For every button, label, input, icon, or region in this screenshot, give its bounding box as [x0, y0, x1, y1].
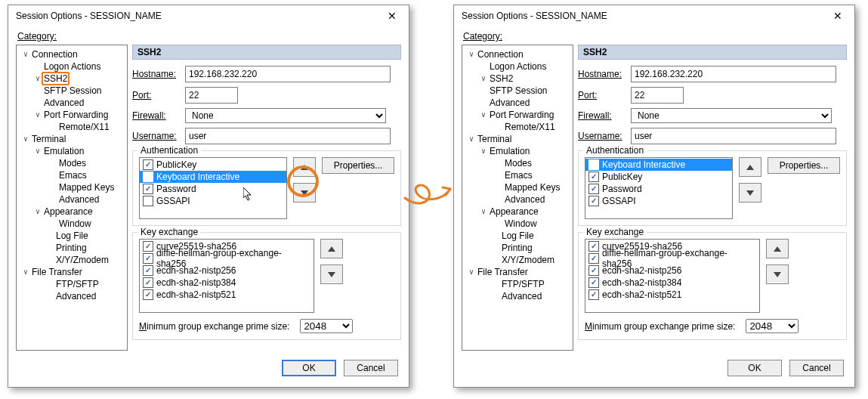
tree-emulation[interactable]: ∨Emulation — [18, 145, 125, 157]
tree-item-log-file[interactable]: Log File — [18, 230, 125, 242]
auth-item-publickey[interactable]: PublicKey — [140, 159, 286, 171]
tree-item-printing[interactable]: Printing — [18, 242, 125, 254]
tree-item-modes[interactable]: Modes — [464, 157, 571, 169]
username-field[interactable] — [185, 128, 391, 144]
kex-move-up-button[interactable] — [766, 239, 789, 258]
tree-file-transfer[interactable]: ∨File Transfer — [18, 266, 125, 278]
tree-item-remote-x11[interactable]: Remote/X11 — [18, 121, 125, 133]
kex-list[interactable]: curve25519-sha256diffie-hellman-group-ex… — [585, 239, 760, 313]
auth-item-gssapi[interactable]: GSSAPI — [140, 195, 286, 207]
category-tree[interactable]: ∨ConnectionLogon Actions∨SSH2SFTP Sessio… — [16, 45, 128, 351]
tree-item-printing[interactable]: Printing — [464, 242, 571, 254]
auth-item-gssapi[interactable]: GSSAPI — [585, 195, 732, 207]
tree-port-forwarding[interactable]: ∨Port Forwarding — [464, 109, 571, 121]
kex-item[interactable]: ecdh-sha2-nistp521 — [140, 289, 314, 301]
auth-item-publickey[interactable]: PublicKey — [585, 171, 732, 183]
auth-item-password[interactable]: Password — [140, 183, 286, 195]
tree-item-x-y-zmodem[interactable]: X/Y/Zmodem — [18, 254, 125, 266]
checkbox-icon[interactable] — [588, 241, 599, 252]
tree-connection[interactable]: ∨Connection — [464, 48, 571, 60]
tree-appearance[interactable]: ∨Appearance — [18, 206, 125, 218]
tree-item-advanced[interactable]: Advanced — [18, 97, 125, 109]
tree-item-mapped-keys[interactable]: Mapped Keys — [464, 181, 571, 193]
firewall-select[interactable]: None — [631, 108, 832, 123]
kex-item[interactable]: diffie-hellman-group-exchange-sha256 — [585, 252, 759, 264]
hostname-field[interactable] — [185, 66, 391, 82]
close-icon[interactable]: ✕ — [826, 8, 850, 24]
checkbox-icon[interactable] — [588, 277, 599, 288]
tree-port-forwarding[interactable]: ∨Port Forwarding — [18, 109, 125, 121]
checkbox-icon[interactable] — [143, 172, 153, 182]
checkbox-icon[interactable] — [588, 289, 599, 300]
tree-item-emacs[interactable]: Emacs — [464, 169, 571, 181]
min-group-size-select[interactable]: 2048 — [300, 319, 353, 333]
checkbox-icon[interactable] — [588, 172, 599, 182]
tree-emulation[interactable]: ∨Emulation — [464, 145, 571, 157]
firewall-select[interactable]: None — [185, 108, 386, 123]
checkbox-icon[interactable] — [143, 241, 153, 252]
checkbox-icon[interactable] — [588, 159, 599, 170]
username-field[interactable] — [631, 128, 836, 144]
port-field[interactable] — [631, 87, 684, 104]
min-group-size-select[interactable]: 2048 — [746, 319, 798, 333]
cancel-button[interactable]: Cancel — [344, 360, 398, 376]
checkbox-icon[interactable] — [143, 289, 153, 300]
tree-appearance[interactable]: ∨Appearance — [464, 206, 571, 218]
tree-item-advanced[interactable]: Advanced — [464, 290, 571, 302]
move-down-button[interactable] — [293, 183, 316, 203]
auth-item-password[interactable]: Password — [585, 183, 732, 195]
tree-item-modes[interactable]: Modes — [18, 157, 125, 169]
tree-item-window[interactable]: Window — [18, 218, 125, 230]
auth-methods-list[interactable]: PublicKeyKeyboard InteractivePasswordGSS… — [139, 157, 287, 219]
tree-file-transfer[interactable]: ∨File Transfer — [464, 266, 571, 278]
auth-item-keyboard-interactive[interactable]: Keyboard Interactive — [140, 171, 286, 183]
tree-item-ftp-sftp[interactable]: FTP/SFTP — [18, 278, 125, 290]
checkbox-icon[interactable] — [143, 184, 153, 194]
auth-methods-list[interactable]: Keyboard InteractivePublicKeyPasswordGSS… — [585, 157, 733, 219]
checkbox-icon[interactable] — [143, 265, 153, 276]
properties-button[interactable]: Properties... — [322, 157, 394, 174]
tree-item-window[interactable]: Window — [464, 218, 571, 230]
kex-item[interactable]: ecdh-sha2-nistp384 — [140, 277, 314, 289]
tree-item-mapped-keys[interactable]: Mapped Keys — [18, 181, 125, 193]
tree-item-ssh2[interactable]: ∨SSH2 — [464, 73, 571, 85]
kex-move-down-button[interactable] — [320, 264, 343, 284]
category-tree[interactable]: ∨ConnectionLogon Actions∨SSH2SFTP Sessio… — [462, 45, 573, 351]
tree-item-advanced[interactable]: Advanced — [464, 193, 571, 206]
tree-item-emacs[interactable]: Emacs — [18, 169, 125, 181]
kex-list[interactable]: curve25519-sha256diffie-hellman-group-ex… — [139, 239, 314, 313]
checkbox-icon[interactable] — [588, 253, 599, 264]
ok-button[interactable]: OK — [282, 360, 336, 376]
tree-item-x-y-zmodem[interactable]: X/Y/Zmodem — [464, 254, 571, 266]
tree-item-remote-x11[interactable]: Remote/X11 — [464, 121, 571, 133]
checkbox-icon[interactable] — [588, 265, 599, 276]
checkbox-icon[interactable] — [588, 196, 599, 206]
checkbox-icon[interactable] — [588, 184, 599, 194]
checkbox-icon[interactable] — [143, 253, 153, 264]
tree-item-ftp-sftp[interactable]: FTP/SFTP — [464, 278, 571, 290]
kex-move-up-button[interactable] — [320, 239, 343, 258]
tree-item-advanced[interactable]: Advanced — [464, 97, 571, 109]
tree-terminal[interactable]: ∨Terminal — [464, 133, 571, 145]
tree-connection[interactable]: ∨Connection — [18, 48, 125, 60]
checkbox-icon[interactable] — [143, 277, 153, 288]
auth-item-keyboard-interactive[interactable]: Keyboard Interactive — [585, 159, 732, 171]
port-field[interactable] — [185, 87, 238, 104]
move-up-button[interactable] — [293, 157, 316, 177]
tree-item-sftp-session[interactable]: SFTP Session — [18, 85, 125, 97]
tree-item-ssh2[interactable]: ∨SSH2 — [18, 73, 125, 85]
close-icon[interactable]: ✕ — [380, 8, 404, 24]
kex-move-down-button[interactable] — [766, 264, 789, 284]
hostname-field[interactable] — [631, 66, 836, 82]
tree-item-sftp-session[interactable]: SFTP Session — [464, 85, 571, 97]
tree-terminal[interactable]: ∨Terminal — [18, 133, 125, 145]
kex-item[interactable]: ecdh-sha2-nistp521 — [585, 289, 759, 301]
tree-item-advanced[interactable]: Advanced — [18, 193, 125, 206]
properties-button[interactable]: Properties... — [768, 157, 840, 174]
move-up-button[interactable] — [739, 157, 761, 177]
checkbox-icon[interactable] — [143, 196, 153, 206]
tree-item-logon-actions[interactable]: Logon Actions — [464, 60, 571, 73]
checkbox-icon[interactable] — [143, 159, 153, 170]
move-down-button[interactable] — [739, 183, 761, 203]
kex-item[interactable]: ecdh-sha2-nistp384 — [585, 277, 759, 289]
